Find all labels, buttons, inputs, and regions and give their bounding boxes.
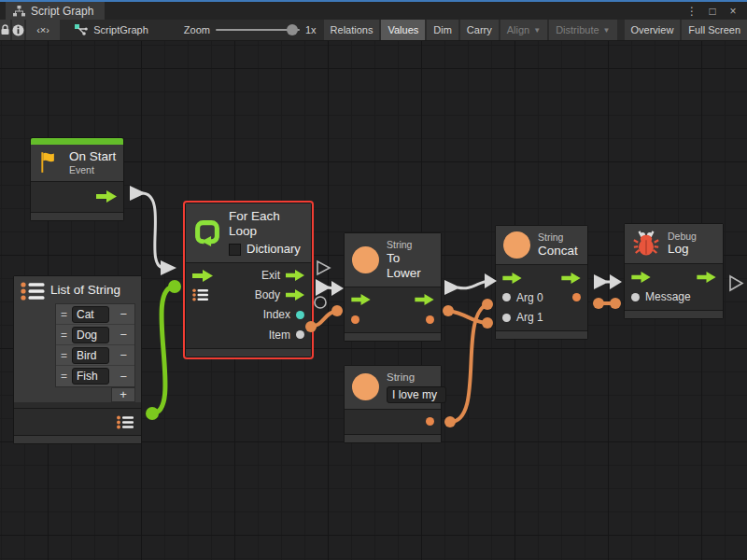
code-view-button[interactable]: ‹×› [26,20,60,40]
node-list-of-string[interactable]: List of String = − = − = − [13,275,142,444]
flow-input-port[interactable] [502,273,522,284]
node-footer [14,435,141,443]
list-input-port[interactable] [192,288,209,301]
remove-item-button[interactable]: − [117,307,130,321]
flag-icon [37,150,62,175]
item-output-port[interactable] [296,330,304,339]
flow-output-port[interactable] [415,294,434,305]
node-string-literal[interactable]: String [344,365,442,443]
zoom-slider[interactable] [216,20,300,40]
flow-input-port[interactable] [631,272,651,283]
window-controls: ⋮ □ × [684,2,747,20]
relations-button[interactable]: Relations [324,20,380,40]
port-label-message: Message [645,290,691,303]
node-debug-log[interactable]: Debug Log Message [624,223,724,319]
list-output-port[interactable] [117,415,134,429]
node-for-each-loop[interactable]: For Each Loop Dictionary Exit [185,203,312,357]
node-title: List of String [50,283,120,297]
checkbox-label: Dictionary [247,242,301,257]
arg1-input-port[interactable] [502,314,511,322]
window-focus-line [0,0,747,2]
string-output-port[interactable] [572,293,581,301]
drag-handle-icon[interactable]: = [61,349,67,362]
arg0-input-port[interactable] [502,293,511,301]
string-input-port[interactable] [351,315,359,324]
node-subtitle: String [387,239,433,251]
port-label-item: Item [269,329,290,342]
flow-input-port[interactable] [192,270,213,282]
remove-item-button[interactable]: − [117,370,130,384]
node-to-lower[interactable]: String To Lower [344,232,442,342]
flow-output-port[interactable] [697,272,716,283]
flow-output-port[interactable] [561,273,581,284]
chevron-down-icon: ▼ [533,26,541,35]
node-footer [345,332,441,341]
flow-input-port[interactable] [351,294,371,305]
list-item-row: = − [56,366,134,386]
fullscreen-button[interactable]: Full Screen [682,20,747,40]
port-label-exit: Exit [261,269,280,282]
node-title: For Each Loop [229,209,303,239]
lock-icon [0,24,10,35]
node-footer [625,310,723,318]
node-subtitle: Debug [668,231,697,243]
node-footer [186,348,311,357]
index-output-port[interactable] [296,311,304,319]
node-on-start[interactable]: On Start Event [30,137,124,221]
tab-bar: Script Graph ⋮ □ × [0,2,747,20]
flow-output-port[interactable] [96,190,117,203]
node-footer [31,212,123,220]
string-output-port[interactable] [426,417,434,426]
unity-script-graph-window: Script Graph ⋮ □ × ‹×› ScriptGraph [0,0,747,560]
hierarchy-icon [13,6,25,17]
node-title: On Start [69,149,116,164]
list-item-row: = − [56,325,134,345]
distribute-dropdown[interactable]: Distribute▼ [549,20,616,40]
add-item-button[interactable]: + [111,387,135,402]
remove-item-button[interactable]: − [117,328,130,342]
node-subtitle: Event [69,164,116,176]
drag-handle-icon[interactable]: = [61,370,67,383]
values-button[interactable]: Values [381,20,425,40]
lock-button[interactable] [0,20,10,40]
maximize-icon[interactable]: □ [704,5,721,18]
body-flow-output-port[interactable] [286,289,304,301]
zoom-value: 1x [305,24,317,35]
node-subtitle: String [538,231,578,244]
dim-button[interactable]: Dim [427,20,458,40]
list-item-input[interactable] [72,306,109,323]
node-title: Log [668,242,697,257]
tab-title: Script Graph [31,5,93,18]
list-item-input[interactable] [72,347,109,364]
list-item-row: = − [56,304,134,325]
tab-script-graph[interactable]: Script Graph [6,2,105,20]
drag-handle-icon[interactable]: = [61,308,67,321]
exit-flow-output-port[interactable] [286,270,304,281]
node-concat[interactable]: String Concat Arg 0 A [495,225,588,340]
graph-name-label: ScriptGraph [93,24,148,35]
node-title: Concat [538,244,578,259]
list-item-input[interactable] [72,327,109,343]
inspect-button[interactable] [12,20,24,40]
close-icon[interactable]: × [725,5,741,18]
port-label-body: Body [255,288,280,301]
message-input-port[interactable] [631,293,640,301]
dictionary-checkbox[interactable] [229,244,241,256]
carry-button[interactable]: Carry [460,20,499,40]
node-subtitle: String [387,371,446,385]
remove-item-button[interactable]: − [117,348,130,362]
align-dropdown[interactable]: Align▼ [500,20,547,40]
bug-icon [632,230,660,258]
code-icon: ‹×› [36,24,49,35]
window-menu-icon[interactable]: ⋮ [684,5,700,18]
zoom-slider-handle[interactable] [287,24,298,35]
overview-button[interactable]: Overview [625,20,681,40]
graph-toolbar: ‹×› ScriptGraph Zoom 1x Relations Values… [0,20,747,41]
string-value-input[interactable] [387,386,446,403]
drag-handle-icon[interactable]: = [61,329,67,342]
chevron-down-icon: ▼ [603,26,611,35]
string-type-icon [503,231,530,259]
list-item-row: = − [56,345,134,366]
list-item-input[interactable] [72,368,109,385]
string-output-port[interactable] [426,315,434,324]
